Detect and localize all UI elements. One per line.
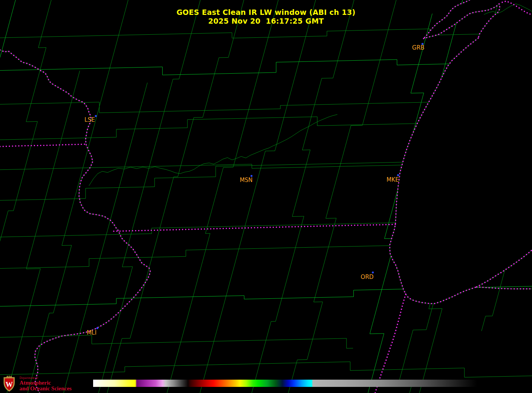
station-label-mke: MKE [387,177,399,183]
logo-department-line: Department of [19,376,72,380]
title-timestamp-line: 2025 Nov 20 16:17:25 GMT [0,17,532,26]
svg-text:W: W [6,380,13,388]
logo-name-line1: Atmospheric [19,380,72,386]
uw-crest-icon: W [1,375,17,393]
station-label-mli: MLI [87,330,97,336]
title-product-line: GOES East Clean IR LW window (ABI ch 13) [0,8,532,17]
station-label-msn: MSN [240,177,253,183]
station-label-ord: ORD [361,274,374,280]
image-title: GOES East Clean IR LW window (ABI ch 13)… [0,8,532,26]
station-label-grb: GRB [412,45,424,51]
uw-logo-text: Department of Atmospheric and Oceanic Sc… [19,375,72,391]
map-canvas [0,0,532,393]
logo-name-line2: and Oceanic Sciences [19,386,72,391]
colorbar [93,380,477,387]
satellite-image-viewer: GOES East Clean IR LW window (ABI ch 13)… [0,0,532,393]
station-label-lse: LSE [84,117,95,123]
uw-logo: W Department of Atmospheric and Oceanic … [1,375,72,393]
